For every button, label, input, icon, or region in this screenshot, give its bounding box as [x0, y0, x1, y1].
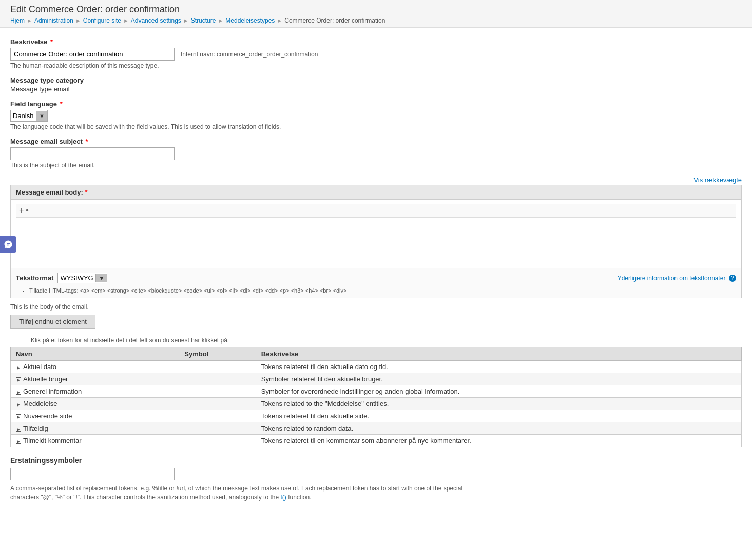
body-required: * — [85, 188, 87, 196]
message-email-subject-description: This is the subject of the email. — [10, 162, 742, 169]
vis-raekkevaegte: Vis rækkevægte — [10, 176, 742, 184]
token-navn-1[interactable]: Aktuelle bruger — [11, 373, 179, 385]
editor-area: + • — [11, 200, 741, 268]
beskrivelse-label: Beskrivelse * — [10, 38, 742, 46]
breadcrumb-sep-5: ► — [277, 17, 282, 24]
token-symbol-6 — [179, 435, 256, 447]
token-beskrivelse-6: Tokens relateret til en kommentar som ab… — [256, 435, 741, 447]
breadcrumb-administration[interactable]: Administration — [34, 17, 73, 24]
main-content: Beskrivelse * Internt navn: commerce_ord… — [0, 28, 752, 512]
token-beskrivelse-1: Symboler relateret til den aktuelle brug… — [256, 373, 741, 385]
beskrivelse-input[interactable] — [10, 48, 175, 61]
breadcrumb: Hjem ► Administration ► Configure site ►… — [10, 17, 742, 24]
token-table-header-beskrivelse: Beskrivelse — [256, 347, 741, 361]
textformat-row: Tekstformat WYSIWYG ▼ Yderligere informa… — [11, 268, 741, 285]
help-icon[interactable]: ? — [729, 275, 736, 282]
token-beskrivelse-2: Symboler for overordnede indstillinger o… — [256, 385, 741, 398]
add-element-button[interactable]: Tilføj endnu et element — [10, 315, 95, 329]
expand-icon-5[interactable] — [16, 427, 21, 432]
plus-icon[interactable]: + — [19, 206, 24, 215]
erstatnings-desc: A comma-separated list of replacement to… — [10, 484, 472, 502]
token-navn-6[interactable]: Tilmeldt kommentar — [11, 435, 179, 447]
expand-icon-3[interactable] — [16, 402, 21, 407]
field-language-label: Field language * — [10, 100, 742, 108]
breadcrumb-structure[interactable]: Structure — [191, 17, 216, 24]
allowed-tags: Tilladte HTML-tags: <a> <em> <strong> <c… — [11, 285, 741, 298]
chat-widget[interactable] — [0, 236, 16, 253]
editor-toolbar: + • — [16, 204, 736, 218]
breadcrumb-current: Commerce Order: order confirmation — [284, 17, 385, 24]
breadcrumb-advanced-settings[interactable]: Advanced settings — [131, 17, 181, 24]
token-name-text-2: Generel information — [23, 388, 82, 395]
beskrivelse-required: * — [48, 38, 53, 46]
token-beskrivelse-0: Tokens relateret til den aktuelle dato o… — [256, 361, 741, 373]
textformat-left: Tekstformat WYSIWYG ▼ — [16, 273, 107, 283]
token-navn-0[interactable]: Aktuel dato — [11, 361, 179, 373]
breadcrumb-sep-1: ► — [75, 17, 81, 24]
token-beskrivelse-4: Tokens relateret til den aktuelle side. — [256, 410, 741, 422]
language-select-wrapper[interactable]: Danish ▼ — [10, 110, 48, 122]
token-name-text-4: Nuværende side — [23, 412, 72, 420]
editor-content[interactable] — [16, 218, 736, 264]
token-navn-5[interactable]: Tilfældig — [11, 422, 179, 435]
erstatnings-input[interactable] — [10, 468, 175, 480]
breadcrumb-meddeleisestypes[interactable]: Meddeleisestypes — [225, 17, 275, 24]
beskrivelse-inline-note: Internt navn: commerce_order_order_confi… — [181, 51, 318, 58]
erstatnings-link[interactable]: t() — [280, 494, 286, 501]
email-body-header: Message email body: * — [11, 185, 741, 200]
expand-icon-6[interactable] — [16, 439, 21, 444]
token-symbol-4 — [179, 410, 256, 422]
language-dropdown-arrow[interactable]: ▼ — [36, 111, 47, 121]
table-row: Nuværende sideTokens relateret til den a… — [11, 410, 742, 422]
table-row: Generel informationSymboler for overordn… — [11, 385, 742, 398]
message-type-category-value: Message type email — [10, 85, 742, 93]
field-language-description: The language code that will be saved wit… — [10, 123, 742, 130]
textformat-select[interactable]: WYSIWYG — [58, 273, 95, 283]
subject-required: * — [84, 138, 88, 145]
token-hint: Klik på et token for at indsætte det i d… — [10, 337, 742, 344]
erstatnings-section: Erstatningssymboler A comma-separated li… — [10, 456, 742, 502]
token-symbol-1 — [179, 373, 256, 385]
token-table: Navn Symbol Beskrivelse Aktuel datoToken… — [10, 347, 742, 447]
table-row: Tilmeldt kommentarTokens relateret til e… — [11, 435, 742, 447]
textformat-select-wrapper[interactable]: WYSIWYG ▼ — [57, 273, 107, 283]
token-symbol-0 — [179, 361, 256, 373]
language-select[interactable]: Danish — [11, 110, 36, 121]
expand-icon-4[interactable] — [16, 414, 21, 419]
breadcrumb-sep-0: ► — [27, 17, 32, 24]
token-name-text-3: Meddelelse — [23, 400, 57, 408]
breadcrumb-hjem[interactable]: Hjem — [10, 17, 25, 24]
token-name-text-5: Tilfældig — [23, 424, 48, 432]
beskrivelse-field-group: Beskrivelse * Internt navn: commerce_ord… — [10, 38, 742, 69]
breadcrumb-configure-site[interactable]: Configure site — [83, 17, 121, 24]
breadcrumb-sep-4: ► — [218, 17, 223, 24]
expand-icon-0[interactable] — [16, 365, 21, 370]
page-header: Edit Commerce Order: order confirmation … — [0, 0, 752, 28]
erstatnings-label: Erstatningssymboler — [10, 456, 742, 465]
page-title: Edit Commerce Order: order confirmation — [10, 4, 742, 15]
token-symbol-5 — [179, 422, 256, 435]
textformat-dropdown-arrow[interactable]: ▼ — [95, 274, 107, 282]
token-beskrivelse-5: Tokens related to random data. — [256, 422, 741, 435]
breadcrumb-sep-2: ► — [123, 17, 129, 24]
message-email-subject-group: Message email subject * This is the subj… — [10, 138, 742, 169]
message-type-category-label: Message type category — [10, 76, 742, 84]
textformat-more-info-link[interactable]: Yderligere information om tekstformater — [618, 275, 726, 282]
token-navn-2[interactable]: Generel information — [11, 385, 179, 398]
token-symbol-3 — [179, 398, 256, 410]
dot-icon: • — [26, 206, 29, 215]
breadcrumb-sep-3: ► — [183, 17, 189, 24]
token-navn-4[interactable]: Nuværende side — [11, 410, 179, 422]
token-navn-3[interactable]: Meddelelse — [11, 398, 179, 410]
email-body-section: Message email body: * + • Tekstformat WY… — [10, 185, 742, 298]
expand-icon-2[interactable] — [16, 390, 21, 395]
field-language-group: Field language * Danish ▼ The language c… — [10, 100, 742, 130]
vis-raekkevaegte-link[interactable]: Vis rækkevægte — [693, 176, 742, 184]
message-type-category-group: Message type category Message type email — [10, 76, 742, 93]
token-name-text-1: Aktuelle bruger — [23, 375, 68, 383]
message-email-subject-input[interactable] — [10, 147, 175, 160]
expand-icon-1[interactable] — [16, 377, 21, 382]
table-row: TilfældigTokens related to random data. — [11, 422, 742, 435]
token-name-text-6: Tilmeldt kommentar — [23, 437, 82, 445]
chat-icon — [4, 240, 13, 249]
